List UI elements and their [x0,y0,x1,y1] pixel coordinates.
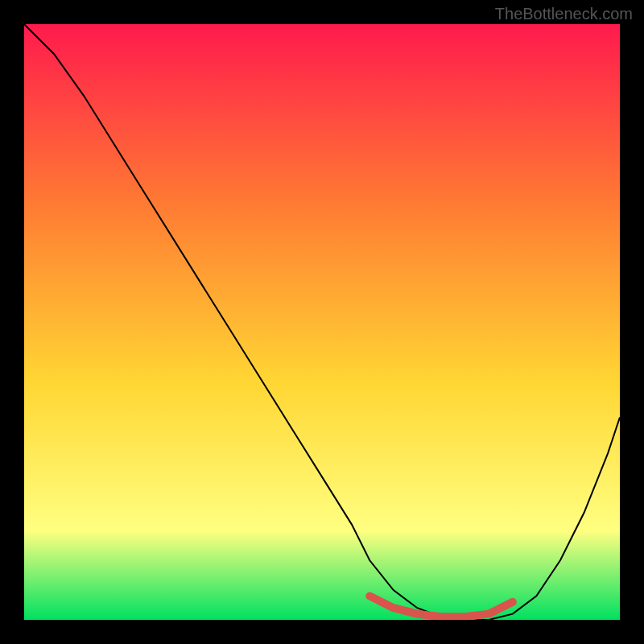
gradient-background [24,24,620,620]
watermark-text: TheBottleneck.com [495,5,633,23]
bottleneck-chart [24,24,620,620]
chart-svg [24,24,620,620]
